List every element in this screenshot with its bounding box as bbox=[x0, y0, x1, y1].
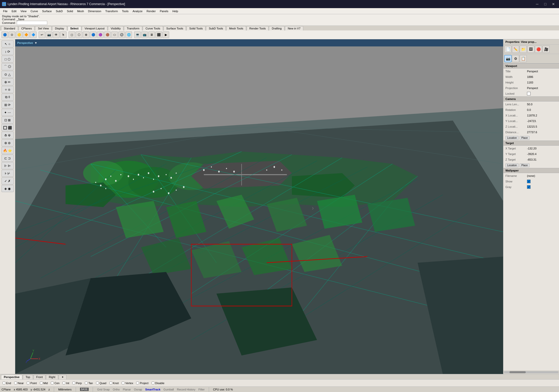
snap-mid[interactable]: Mid bbox=[39, 381, 49, 385]
left-tool-2[interactable]: ↕ ⟳ bbox=[2, 48, 14, 55]
snap-tan-checkbox[interactable] bbox=[85, 382, 88, 384]
tab-setview[interactable]: Set View bbox=[35, 26, 52, 30]
toolbar-icon-8[interactable]: 👁 bbox=[53, 31, 59, 38]
menu-mesh[interactable]: Mesh bbox=[75, 9, 86, 13]
menu-tools[interactable]: Tools bbox=[120, 9, 131, 13]
toolbar-icon-9[interactable]: 🖱 bbox=[60, 31, 67, 38]
panel-icon-settings[interactable]: ⚙ bbox=[512, 55, 519, 62]
tab-display[interactable]: Display bbox=[52, 26, 67, 30]
tab-standard[interactable]: Standard bbox=[1, 26, 18, 30]
smart-track-label[interactable]: SmartTrack bbox=[145, 388, 161, 391]
left-tool-3[interactable]: □ ⬡ bbox=[2, 56, 14, 63]
snap-knot-checkbox[interactable] bbox=[109, 382, 112, 384]
tab-subd-tools[interactable]: SubD Tools bbox=[206, 26, 226, 30]
snap-cen[interactable]: Cen bbox=[50, 381, 60, 385]
panel-icon-folder[interactable]: 📁 bbox=[520, 46, 527, 53]
maximize-button[interactable]: □ bbox=[542, 2, 549, 7]
ortho-label[interactable]: Ortho bbox=[113, 388, 120, 391]
snap-int-checkbox[interactable] bbox=[62, 382, 65, 384]
minimize-button[interactable]: ─ bbox=[534, 2, 541, 7]
menu-panels[interactable]: Panels bbox=[158, 9, 170, 13]
snap-end-checkbox[interactable] bbox=[3, 382, 5, 384]
snap-disable-checkbox[interactable] bbox=[152, 382, 154, 384]
toolbar-icon-13[interactable]: 🔵 bbox=[90, 31, 97, 38]
snap-tan[interactable]: Tan bbox=[84, 381, 94, 385]
camera-place-button[interactable]: Place bbox=[520, 136, 530, 140]
tab-visibility[interactable]: Visibility bbox=[108, 26, 124, 30]
left-tool-20[interactable]: ◈ ◉ bbox=[2, 185, 14, 192]
panel-icon-properties[interactable]: 📄 bbox=[504, 46, 512, 53]
vp-tab-front[interactable]: Front bbox=[34, 375, 46, 379]
snap-vertex[interactable]: Vertex bbox=[121, 381, 134, 385]
toolbar-icon-17[interactable]: 🔘 bbox=[118, 31, 125, 38]
menu-view[interactable]: View bbox=[19, 9, 29, 13]
panel-icon-image[interactable]: 🖼 bbox=[527, 46, 534, 53]
tab-transform[interactable]: Transform bbox=[124, 26, 142, 30]
left-tool-14[interactable]: ⊛ ⊜ bbox=[2, 139, 14, 146]
left-tool-8[interactable]: ⧉ ⟠ bbox=[2, 94, 14, 101]
panel-icon-layout[interactable]: 📋 bbox=[520, 55, 527, 62]
planar-label[interactable]: Planar bbox=[123, 388, 131, 391]
tab-viewport-layout[interactable]: Viewport Layout bbox=[82, 26, 107, 30]
left-tool-6[interactable]: ⊕ ✏ bbox=[2, 78, 14, 86]
command-input[interactable] bbox=[17, 21, 47, 25]
snap-disable[interactable]: Disable bbox=[151, 381, 166, 385]
vp-tab-perspective[interactable]: Perspective bbox=[1, 375, 22, 379]
left-tool-17[interactable]: ⊩ ⊫ bbox=[2, 162, 14, 169]
snap-quad[interactable]: Quad bbox=[95, 381, 107, 385]
tab-render-tools[interactable]: Render Tools bbox=[247, 26, 269, 30]
gumball-label[interactable]: Gumball bbox=[164, 388, 174, 391]
tab-solid-tools[interactable]: Solid Tools bbox=[186, 26, 205, 30]
left-tool-11[interactable]: ⊡ ⊠ bbox=[2, 116, 14, 124]
viewport-canvas[interactable]: › X Y Z bbox=[15, 46, 503, 374]
grid-snap-label[interactable]: Grid Snap bbox=[97, 388, 110, 391]
close-button[interactable]: ✕ bbox=[550, 2, 557, 7]
menu-edit[interactable]: Edit bbox=[10, 9, 19, 13]
left-tool-16[interactable]: ⊏ ⊐ bbox=[2, 155, 14, 162]
snap-end[interactable]: End bbox=[2, 381, 12, 385]
tab-surface-tools[interactable]: Surface Tools bbox=[164, 26, 186, 30]
snap-project-checkbox[interactable] bbox=[136, 382, 139, 384]
record-history-label[interactable]: Record History bbox=[177, 388, 196, 391]
toolbar-icon-15[interactable]: 🟤 bbox=[104, 31, 111, 38]
snap-point[interactable]: Point bbox=[26, 381, 38, 385]
toolbar-icon-1[interactable]: 🔵 bbox=[2, 31, 8, 38]
toolbar-icon-10[interactable]: ◻ bbox=[69, 31, 75, 38]
menu-curve[interactable]: Curve bbox=[28, 9, 40, 13]
left-tool-select[interactable]: ↖ ○ bbox=[2, 40, 14, 47]
menu-solid[interactable]: Solid bbox=[65, 9, 75, 13]
filter-label[interactable]: Filter bbox=[198, 388, 204, 391]
left-tool-18[interactable]: ⊧ ⊬ bbox=[2, 170, 14, 177]
gray-checkbox[interactable]: ✓ bbox=[527, 185, 531, 189]
panel-scrollbar[interactable] bbox=[503, 370, 559, 374]
snap-int[interactable]: Int bbox=[61, 381, 70, 385]
toolbar-icon-4[interactable]: 🔶 bbox=[23, 31, 29, 38]
snap-point-checkbox[interactable] bbox=[27, 382, 29, 384]
snap-knot[interactable]: Knot bbox=[108, 381, 120, 385]
tab-select[interactable]: Select bbox=[68, 26, 81, 30]
viewport-dropdown-arrow[interactable]: ▼ bbox=[35, 41, 37, 44]
snap-project[interactable]: Project bbox=[135, 381, 149, 385]
menu-dimension[interactable]: Dimension bbox=[86, 9, 103, 13]
left-tool-12[interactable]: 🔲 ⬛ bbox=[2, 124, 14, 131]
toolbar-icon-18[interactable]: 🌐 bbox=[125, 31, 132, 38]
toolbar-icon-23[interactable]: ▶ bbox=[163, 31, 169, 38]
toolbar-icon-21[interactable]: 🖥 bbox=[148, 31, 155, 38]
target-place-button[interactable]: Place bbox=[520, 163, 530, 167]
toolbar-icon-22[interactable]: ⬛ bbox=[155, 31, 162, 38]
left-tool-15[interactable]: 🔥 ⭐ bbox=[2, 147, 14, 154]
toolbar-icon-7[interactable]: 📷 bbox=[46, 31, 52, 38]
menu-render[interactable]: Render bbox=[145, 9, 158, 13]
toolbar-icon-14[interactable]: 🟣 bbox=[97, 31, 104, 38]
panel-icon-camera2[interactable]: 🎥 bbox=[542, 46, 550, 53]
vp-tab-right[interactable]: Right bbox=[46, 375, 58, 379]
panel-icon-edit[interactable]: ✏️ bbox=[512, 46, 519, 53]
left-tool-5[interactable]: ⊙ △ bbox=[2, 71, 14, 78]
toolbar-icon-16[interactable]: ⬭ bbox=[111, 31, 118, 38]
snap-near-checkbox[interactable] bbox=[14, 382, 17, 384]
toolbar-icon-5[interactable]: 🔷 bbox=[30, 31, 37, 38]
tab-mesh-tools[interactable]: Mesh Tools bbox=[226, 26, 246, 30]
vp-tab-top[interactable]: Top bbox=[23, 375, 33, 379]
toolbar-icon-20[interactable]: 📺 bbox=[141, 31, 148, 38]
tab-curve-tools[interactable]: Curve Tools bbox=[143, 26, 163, 30]
